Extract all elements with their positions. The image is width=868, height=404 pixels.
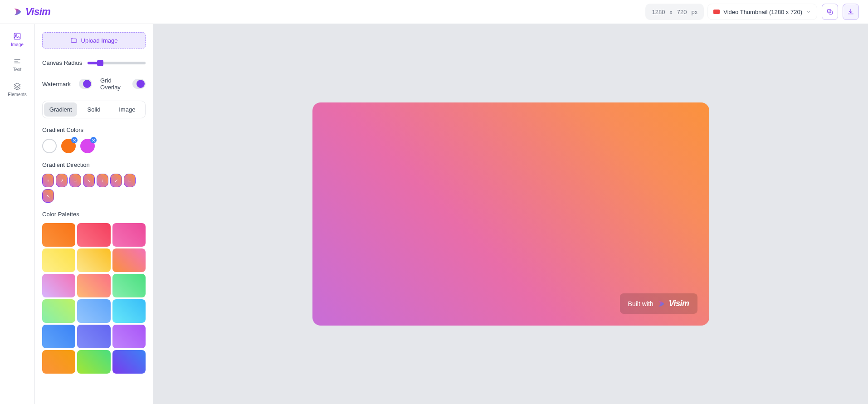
palette-swatch[interactable] — [77, 325, 110, 348]
app-logo[interactable]: Visim — [13, 6, 50, 18]
svg-rect-2 — [14, 33, 20, 39]
palette-swatch[interactable] — [77, 248, 110, 272]
palette-swatch[interactable] — [77, 274, 110, 297]
logo-mark-icon — [657, 300, 665, 308]
watermark-label: Watermark — [42, 81, 71, 88]
text-icon — [13, 57, 21, 65]
youtube-icon — [713, 10, 720, 14]
gradient-color-swatch[interactable]: ✕ — [61, 139, 76, 153]
color-palettes-label: Color Palettes — [42, 211, 146, 218]
canvas-radius-label: Canvas Radius — [42, 59, 82, 66]
logo-mark-icon — [13, 7, 23, 17]
palette-swatch[interactable] — [112, 325, 146, 348]
palette-swatch[interactable] — [42, 299, 75, 323]
gradient-directions: ↑↗→↘↓↙←↖ — [42, 174, 146, 203]
palette-swatch[interactable] — [112, 248, 146, 272]
dim-unit: px — [692, 9, 698, 15]
folder-icon — [70, 37, 78, 44]
direction-button[interactable]: ↖ — [42, 189, 54, 203]
width-value: 1280 — [652, 9, 665, 15]
direction-button[interactable]: ↘ — [83, 174, 95, 187]
rail-label: Text — [13, 67, 21, 72]
gradient-color-swatch[interactable]: ✕ — [80, 139, 95, 153]
palette-swatch[interactable] — [77, 299, 110, 323]
download-icon — [847, 8, 854, 15]
nav-rail: Image Text Elements — [0, 24, 35, 404]
layers-icon — [13, 82, 21, 90]
palette-swatch[interactable] — [42, 350, 75, 374]
copy-icon — [826, 8, 834, 15]
app-header: Visim 1280 x 720 px Video Thumbnail (128… — [0, 0, 868, 24]
dimensions-display[interactable]: 1280 x 720 px — [645, 4, 704, 20]
canvas-radius-row: Canvas Radius — [42, 59, 146, 66]
rail-label: Elements — [8, 92, 27, 97]
svg-point-3 — [15, 34, 17, 36]
direction-button[interactable]: ↓ — [97, 174, 108, 187]
palette-swatch[interactable] — [112, 223, 146, 247]
grid-overlay-label: Grid Overlay — [100, 77, 124, 91]
palette-swatch[interactable] — [42, 325, 75, 348]
remove-color-icon[interactable]: ✕ — [90, 137, 97, 143]
rail-item-image[interactable]: Image — [11, 32, 24, 47]
direction-button[interactable]: ← — [124, 174, 136, 187]
canvas-radius-slider[interactable] — [88, 62, 146, 64]
canvas-area: Built with Visim — [153, 24, 868, 404]
rail-item-text[interactable]: Text — [13, 57, 21, 72]
slider-thumb[interactable] — [97, 60, 103, 66]
direction-button[interactable]: ↑ — [42, 174, 54, 187]
palette-swatch[interactable] — [112, 274, 146, 297]
palette-swatch[interactable] — [77, 350, 110, 374]
chevron-down-icon — [806, 9, 811, 15]
grid-overlay-toggle[interactable] — [132, 79, 146, 89]
palette-swatch[interactable] — [112, 299, 146, 323]
watermark-toggle[interactable] — [79, 79, 92, 89]
color-palettes — [42, 223, 146, 374]
image-icon — [13, 32, 21, 40]
remove-color-icon[interactable]: ✕ — [71, 137, 78, 143]
rail-label: Image — [11, 42, 24, 47]
palette-swatch[interactable] — [112, 350, 146, 374]
copy-button[interactable] — [822, 4, 838, 20]
background-tabs: GradientSolidImage — [42, 101, 146, 118]
bg-tab-solid[interactable]: Solid — [77, 102, 110, 117]
direction-button[interactable]: → — [69, 174, 81, 187]
toggles-row: Watermark Grid Overlay — [42, 77, 146, 91]
canvas[interactable]: Built with Visim — [312, 102, 709, 326]
palette-swatch[interactable] — [42, 274, 75, 297]
dim-sep: x — [669, 9, 673, 15]
gradient-colors-label: Gradient Colors — [42, 127, 146, 133]
upload-image-button[interactable]: Upload Image — [42, 32, 146, 49]
watermark-brand: Visim — [669, 299, 689, 308]
direction-button[interactable]: ↙ — [110, 174, 122, 187]
add-color-swatch[interactable] — [42, 139, 57, 153]
preset-label: Video Thumbnail (1280 x 720) — [723, 9, 802, 15]
bg-tab-image[interactable]: Image — [111, 102, 144, 117]
image-panel: Upload Image Canvas Radius Watermark Gri… — [35, 24, 153, 404]
palette-swatch[interactable] — [77, 223, 110, 247]
gradient-color-swatches: ✕✕ — [42, 139, 146, 153]
palette-swatch[interactable] — [42, 248, 75, 272]
height-value: 720 — [677, 9, 687, 15]
download-button[interactable] — [843, 4, 859, 20]
logo-text: Visim — [25, 6, 50, 18]
canvas-watermark: Built with Visim — [620, 293, 697, 314]
rail-item-elements[interactable]: Elements — [8, 82, 27, 97]
bg-tab-gradient[interactable]: Gradient — [44, 102, 77, 117]
gradient-direction-label: Gradient Direction — [42, 161, 146, 168]
preset-select[interactable]: Video Thumbnail (1280 x 720) — [707, 4, 817, 20]
direction-button[interactable]: ↗ — [56, 174, 68, 187]
palette-swatch[interactable] — [42, 223, 75, 247]
upload-label: Upload Image — [81, 37, 118, 44]
watermark-prefix: Built with — [628, 300, 653, 307]
